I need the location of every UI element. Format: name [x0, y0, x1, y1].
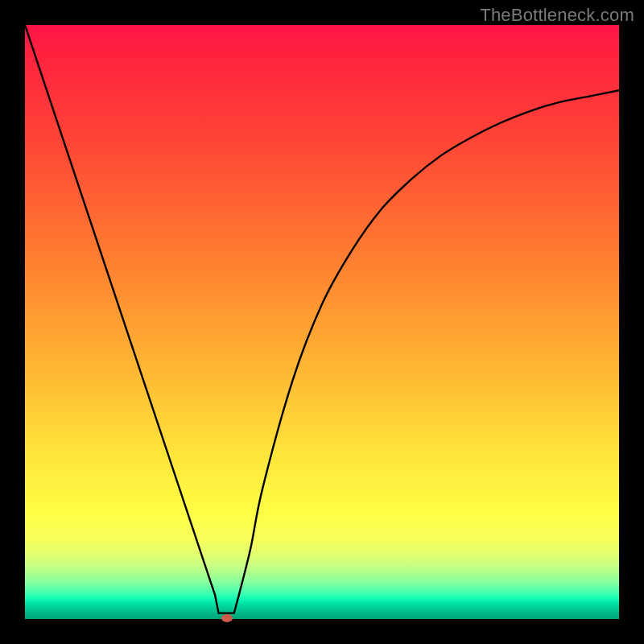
minimum-marker — [221, 614, 233, 622]
bottleneck-curve — [25, 25, 619, 619]
watermark-label: TheBottleneck.com — [480, 5, 634, 26]
chart-frame: TheBottleneck.com — [0, 0, 644, 644]
plot-area — [25, 25, 619, 619]
